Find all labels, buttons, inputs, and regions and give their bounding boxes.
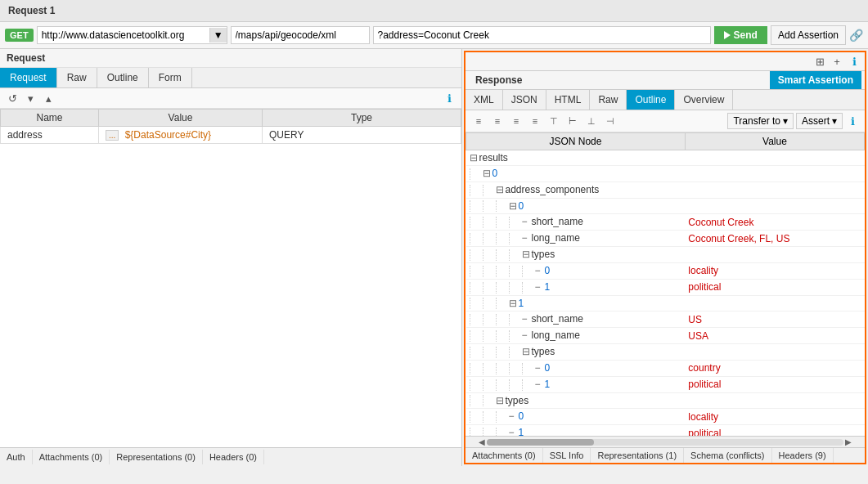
table-row[interactable]: ⊟0 <box>466 198 865 214</box>
table-row[interactable]: ⊟types <box>466 344 865 361</box>
tab-outline[interactable]: Outline <box>97 68 149 87</box>
scroll-track[interactable] <box>487 439 843 446</box>
table-row[interactable]: −1political <box>466 425 865 436</box>
up-icon[interactable]: ▴ <box>41 91 56 105</box>
send-button[interactable]: Send <box>714 26 767 44</box>
tab-xml[interactable]: XML <box>465 90 503 110</box>
align-justify-btn[interactable]: ≡ <box>527 114 543 128</box>
table-row[interactable]: ⊟1 <box>466 295 865 311</box>
table-row[interactable]: −1political <box>466 376 865 392</box>
assert-dropdown[interactable]: Assert ▾ <box>796 113 843 129</box>
tab-overview[interactable]: Overview <box>675 90 733 110</box>
collapse-icon[interactable]: − <box>522 313 532 325</box>
align-bottom-btn[interactable]: ⊥ <box>583 114 600 128</box>
response-bottom-tab-schema[interactable]: Schema (conflicts) <box>684 448 771 463</box>
refresh-icon[interactable]: ↺ <box>5 91 20 105</box>
json-tree-container[interactable]: JSON Node Value ⊟results ⊟0 ⊟address_com… <box>465 132 865 436</box>
bottom-tab-auth[interactable]: Auth <box>0 450 33 464</box>
align-middle-btn[interactable]: ⊢ <box>564 114 581 128</box>
scroll-thumb[interactable] <box>487 439 594 446</box>
bottom-tab-attachments[interactable]: Attachments (0) <box>33 450 110 464</box>
tab-outline[interactable]: Outline <box>627 90 675 110</box>
collapse-icon[interactable]: − <box>535 379 545 390</box>
smart-assertion-button[interactable]: Smart Assertion <box>770 71 861 89</box>
table-row[interactable]: −0locality <box>466 409 865 425</box>
info-icon-response[interactable]: ℹ <box>845 114 860 128</box>
scroll-left-arrow[interactable]: ◀ <box>477 437 487 446</box>
link-icon[interactable]: 🔗 <box>849 29 863 42</box>
collapse-icon[interactable]: − <box>522 329 532 341</box>
table-row[interactable]: −0locality <box>466 262 865 279</box>
path-input[interactable] <box>231 26 370 44</box>
collapse-icon[interactable]: − <box>535 281 545 293</box>
collapse-icon[interactable]: ⊟ <box>522 249 532 260</box>
align-left-btn[interactable]: ≡ <box>470 114 487 128</box>
tab-json[interactable]: JSON <box>503 90 546 110</box>
node-key: 1 <box>545 281 551 293</box>
url-dropdown-arrow[interactable]: ▼ <box>209 28 227 43</box>
scroll-right-arrow[interactable]: ▶ <box>843 437 853 446</box>
assert-dropdown-arrow: ▾ <box>832 115 837 127</box>
table-row[interactable]: −short_nameCoconut Creek <box>466 214 865 231</box>
base-url-container[interactable]: ▼ <box>37 26 227 44</box>
col-value: Value <box>99 110 263 127</box>
align-top-btn[interactable]: ⊤ <box>546 114 562 128</box>
json-value-cell: political <box>685 279 864 295</box>
transfer-to-dropdown[interactable]: Transfer to ▾ <box>727 113 794 129</box>
collapse-icon[interactable]: − <box>535 362 545 374</box>
collapse-icon[interactable]: − <box>522 216 532 227</box>
node-key: 1 <box>519 427 524 436</box>
table-row[interactable]: ⊟results <box>466 150 865 166</box>
table-row[interactable]: ⊟0 <box>466 166 865 182</box>
info-icon-top[interactable]: ℹ <box>847 54 861 69</box>
collapse-icon[interactable]: − <box>509 427 519 436</box>
info-icon-request[interactable]: ℹ <box>442 91 456 105</box>
table-row[interactable]: address ... ${DataSource#City} QUERY <box>1 127 461 144</box>
left-bottom-tabs: Auth Attachments (0) Representations (0)… <box>0 447 461 466</box>
collapse-icon[interactable]: ⊟ <box>483 168 492 179</box>
collapse-icon[interactable]: ⊟ <box>522 346 532 357</box>
dropdown-icon[interactable]: ▾ <box>23 91 38 105</box>
node-key: types <box>532 249 555 260</box>
collapse-icon[interactable]: − <box>509 410 519 422</box>
tab-raw[interactable]: Raw <box>57 68 97 87</box>
table-row[interactable]: ⊟address_components <box>466 182 865 198</box>
align-distribute-btn[interactable]: ⊣ <box>602 114 618 128</box>
response-bottom-tab-headers[interactable]: Headers (9) <box>772 448 834 463</box>
horizontal-scrollbar[interactable]: ◀ ▶ <box>465 436 865 447</box>
ellipsis-button[interactable]: ... <box>106 130 119 141</box>
tab-raw[interactable]: Raw <box>590 90 627 110</box>
collapse-icon[interactable]: − <box>535 265 545 276</box>
query-input[interactable] <box>373 26 711 44</box>
plus-icon[interactable]: + <box>830 54 844 69</box>
table-row[interactable]: −long_nameCoconut Creek, FL, US <box>466 231 865 247</box>
collapse-icon[interactable]: ⊟ <box>509 200 519 212</box>
align-center-btn[interactable]: ≡ <box>489 114 506 128</box>
response-bottom-tab-attachments[interactable]: Attachments (0) <box>465 448 543 463</box>
bottom-tab-representations[interactable]: Representations (0) <box>110 450 203 464</box>
response-bottom-tab-representations[interactable]: Representations (1) <box>591 448 684 463</box>
json-value-cell <box>685 182 864 198</box>
collapse-icon[interactable]: − <box>522 232 532 244</box>
grid-icon[interactable]: ⊞ <box>812 54 827 69</box>
table-row[interactable]: −long_nameUSA <box>466 328 865 344</box>
collapse-icon[interactable]: ⊟ <box>509 298 519 309</box>
collapse-icon[interactable]: ⊟ <box>496 395 506 406</box>
tab-request[interactable]: Request <box>0 68 57 87</box>
base-url-input[interactable] <box>38 27 209 43</box>
table-row[interactable]: ⊟types <box>466 392 865 409</box>
tab-html[interactable]: HTML <box>546 90 591 110</box>
bottom-tab-headers[interactable]: Headers (0) <box>203 450 264 464</box>
table-row[interactable]: ⊟types <box>466 247 865 263</box>
response-bottom-tab-ssl[interactable]: SSL Info <box>543 448 591 463</box>
json-value-cell <box>685 392 864 409</box>
table-row[interactable]: −1political <box>466 279 865 295</box>
json-node-cell: −short_name <box>466 214 686 231</box>
add-assertion-button[interactable]: Add Assertion <box>771 25 846 45</box>
table-row[interactable]: −0country <box>466 360 865 376</box>
table-row[interactable]: −short_nameUS <box>466 311 865 328</box>
align-right-btn[interactable]: ≡ <box>508 114 524 128</box>
tab-form[interactable]: Form <box>149 68 192 87</box>
collapse-icon[interactable]: ⊟ <box>496 184 506 195</box>
collapse-icon[interactable]: ⊟ <box>470 152 479 164</box>
